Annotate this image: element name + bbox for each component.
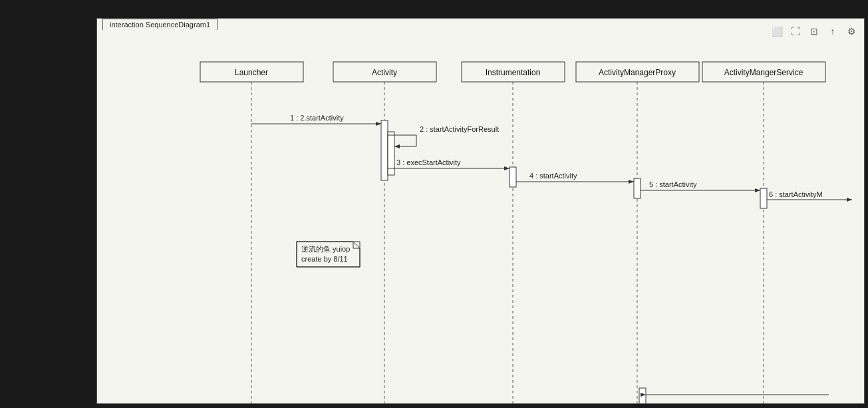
svg-rect-2	[200, 62, 303, 82]
svg-text:Activity: Activity	[372, 68, 397, 77]
svg-text:4 : startActivity: 4 : startActivity	[529, 172, 577, 180]
svg-text:6 : startActivityM: 6 : startActivityM	[769, 190, 823, 198]
svg-rect-22	[639, 388, 646, 403]
svg-text:逆流的鱼 yuiop: 逆流的鱼 yuiop	[301, 245, 350, 253]
svg-rect-17	[381, 120, 388, 180]
diagram-content: Launcher Activity Instrumentation Activi…	[97, 32, 864, 403]
svg-text:Launcher: Launcher	[235, 68, 268, 77]
svg-text:ActivityMangerService: ActivityMangerService	[724, 68, 803, 77]
diagram-window: interaction SequenceDiagram1 ⬜ ⛶ ⊡ ↑ ⚙	[96, 18, 865, 404]
svg-text:3 : execStartActivity: 3 : execStartActivity	[396, 158, 461, 166]
svg-text:1 : 2.startActivity: 1 : 2.startActivity	[290, 114, 344, 122]
svg-text:2 : startActivityForResult: 2 : startActivityForResult	[420, 125, 499, 133]
svg-text:5 : startActivity: 5 : startActivity	[649, 180, 697, 188]
svg-rect-19	[509, 167, 516, 187]
svg-rect-8	[576, 62, 699, 82]
svg-rect-10	[702, 62, 825, 82]
svg-text:create by 8/11: create by 8/11	[301, 255, 348, 263]
svg-rect-18	[388, 132, 394, 175]
svg-rect-6	[462, 62, 565, 82]
svg-rect-21	[760, 188, 767, 208]
main-container: interaction SequenceDiagram1 ⬜ ⛶ ⊡ ↑ ⚙	[0, 0, 868, 408]
svg-text:Instrumentation: Instrumentation	[486, 68, 541, 77]
tab-label: interaction SequenceDiagram1	[102, 19, 217, 30]
svg-rect-20	[634, 178, 641, 198]
svg-text:ActivityManagerProxy: ActivityManagerProxy	[599, 68, 676, 77]
svg-rect-4	[333, 62, 436, 82]
svg-rect-38	[297, 242, 360, 267]
sequence-diagram-svg: Launcher Activity Instrumentation Activi…	[97, 45, 864, 403]
